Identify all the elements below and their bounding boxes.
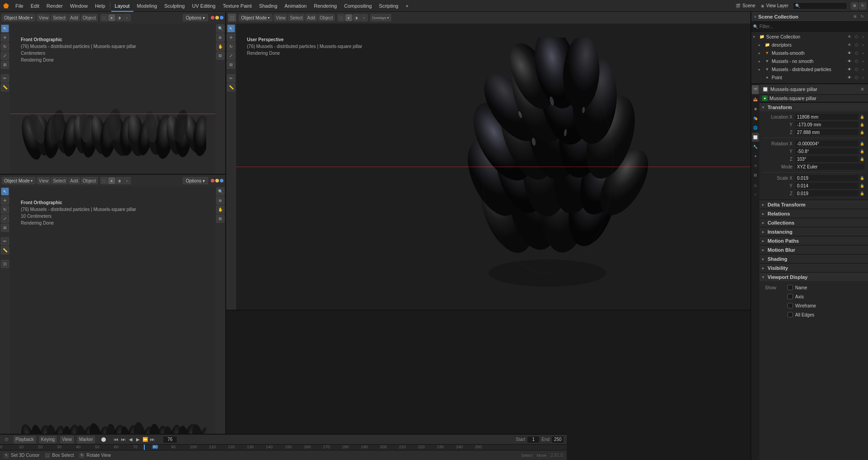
- scale-z-value[interactable]: 0.019: [795, 190, 859, 197]
- current-frame[interactable]: 76: [163, 436, 177, 443]
- filter-btn[interactable]: ⊞: [851, 2, 858, 10]
- section-motion-paths[interactable]: ▸ Motion Paths: [759, 236, 868, 245]
- tool-transform[interactable]: ⊞: [1, 61, 9, 69]
- view-menu-timeline[interactable]: View: [60, 436, 74, 443]
- location-z-lock[interactable]: 🔒: [859, 130, 865, 134]
- select-menu-main[interactable]: Select: [288, 14, 304, 21]
- outliner-filter-btn[interactable]: ⊞: [852, 14, 858, 20]
- ms-vis-btn[interactable]: 👁: [846, 50, 853, 56]
- rotation-mode-value[interactable]: XYZ Euler: [795, 163, 865, 170]
- grid-bl[interactable]: ⊞: [216, 215, 224, 223]
- location-x-value[interactable]: 11808 mm: [795, 113, 859, 120]
- shading-material-bl[interactable]: ◑: [116, 177, 123, 184]
- workspace-modeling[interactable]: Modeling: [133, 0, 161, 12]
- add-menu-tl[interactable]: Add: [68, 14, 80, 21]
- rotation-x-lock[interactable]: 🔒: [859, 142, 865, 146]
- tool-rotate-main[interactable]: ↻: [227, 43, 235, 51]
- object-menu-bl[interactable]: Object: [81, 177, 98, 184]
- zoom-out-tl[interactable]: ⊕: [216, 34, 224, 42]
- zoom-in-bl[interactable]: 🔍: [216, 187, 224, 196]
- shading-wireframe-bl[interactable]: ⬚: [100, 177, 108, 184]
- workspace-add[interactable]: +: [402, 0, 412, 12]
- prop-tab-data[interactable]: △: [752, 180, 759, 189]
- tool-scale-main[interactable]: ⤢: [227, 52, 235, 60]
- end-frame[interactable]: 250: [551, 436, 564, 443]
- shading-material-tl[interactable]: ◑: [116, 14, 123, 21]
- tool-transform-main[interactable]: ⊞: [227, 61, 235, 69]
- outliner-expand-mussels-smooth[interactable]: ▸: [759, 51, 764, 55]
- tool-transform-bl[interactable]: ⊞: [1, 224, 9, 232]
- outliner-sync-btn[interactable]: ↻: [859, 14, 865, 20]
- pt-sel-btn[interactable]: ⬡: [853, 74, 859, 81]
- pt-render-btn[interactable]: ○: [860, 74, 866, 81]
- rotation-y-value[interactable]: -50.8°: [795, 148, 859, 155]
- rotation-y-lock[interactable]: 🔒: [859, 149, 865, 153]
- location-y-lock[interactable]: 🔒: [859, 123, 865, 127]
- add-menu-bl[interactable]: Add: [68, 177, 80, 184]
- scene-vis-btn[interactable]: 👁: [846, 34, 853, 40]
- md-sel-btn[interactable]: ⬡: [853, 66, 859, 72]
- prop-tab-output[interactable]: 📤: [752, 95, 759, 104]
- workspace-animation[interactable]: Animation: [281, 0, 310, 12]
- sync-btn[interactable]: ↻: [859, 2, 866, 10]
- workspace-layout[interactable]: Layout: [111, 0, 133, 12]
- workspace-rendering[interactable]: Rendering: [310, 0, 341, 12]
- add-menu-main[interactable]: Add: [305, 14, 317, 21]
- section-viewport-display-header[interactable]: ▾ Viewport Display: [759, 272, 868, 281]
- workspace-compositing[interactable]: Compositing: [341, 0, 375, 12]
- prop-tab-modifier[interactable]: 🔧: [752, 142, 759, 151]
- menu-window[interactable]: Window: [66, 0, 91, 12]
- tool-extra-bl[interactable]: ⊡: [1, 260, 9, 268]
- mns-sel-btn[interactable]: ⬡: [853, 58, 859, 64]
- tool-cursor-main[interactable]: ↖: [227, 24, 235, 33]
- tool-rotate-bl[interactable]: ↻: [1, 206, 9, 214]
- md-vis-btn[interactable]: 👁: [846, 66, 853, 72]
- prop-tab-scene[interactable]: 🎭: [752, 114, 759, 123]
- mns-render-btn[interactable]: ○: [860, 58, 866, 64]
- outliner-expand-mussels-nosmooth[interactable]: ▸: [759, 59, 764, 63]
- options-btn-tl[interactable]: Options ▾: [183, 14, 208, 21]
- outliner-search[interactable]: 🔍: [751, 22, 868, 32]
- desc-sel-btn[interactable]: ⬡: [853, 42, 859, 48]
- zoom-in-tl[interactable]: 🔍: [216, 24, 224, 33]
- props-data-name-field[interactable]: Mussels-square pillar: [769, 96, 865, 101]
- section-instancing[interactable]: ▸ Instancing: [759, 227, 868, 236]
- scale-x-value[interactable]: 0.019: [795, 174, 859, 182]
- outliner-expand-mussels-distributed[interactable]: ▸: [759, 67, 764, 72]
- view-menu-tl[interactable]: View: [37, 14, 51, 21]
- outliner-search-input[interactable]: [759, 24, 866, 29]
- object-menu-main[interactable]: Object: [318, 14, 335, 21]
- play-forward[interactable]: ▶: [135, 436, 141, 443]
- tool-scale[interactable]: ⤢: [1, 52, 9, 60]
- select-menu-tl[interactable]: Select: [51, 14, 67, 21]
- viewport-tl-content[interactable]: Front Orthographic (76) Mussels - distri…: [10, 24, 215, 174]
- outliner-item-point[interactable]: ● Point 👁 ⬡ ○: [751, 73, 868, 81]
- mns-vis-btn[interactable]: 👁: [846, 58, 853, 64]
- outliner-expand-scene[interactable]: ▾: [753, 35, 759, 39]
- workspace-scripting[interactable]: Scripting: [375, 0, 402, 12]
- scene-render-btn[interactable]: ○: [860, 34, 866, 40]
- object-mode-dropdown-tl[interactable]: Object Mode ▾: [2, 14, 35, 21]
- desc-vis-btn[interactable]: 👁: [846, 42, 853, 48]
- prop-tab-material[interactable]: ○: [752, 190, 759, 199]
- scale-y-lock[interactable]: 🔒: [859, 184, 865, 188]
- object-menu-tl[interactable]: Object: [81, 14, 98, 21]
- tool-annotate[interactable]: ✏: [1, 74, 9, 82]
- keying-menu[interactable]: Keying: [39, 436, 57, 443]
- tool-move-main[interactable]: ✛: [227, 34, 235, 42]
- viewport-top-left[interactable]: Object Mode ▾ View Select Add Object ⬚ ●…: [0, 12, 226, 175]
- menu-edit[interactable]: Edit: [27, 0, 43, 12]
- grid-tl[interactable]: ⊞: [216, 52, 224, 60]
- zoom-out-bl[interactable]: ⊕: [216, 196, 224, 205]
- shading-wireframe-main[interactable]: ⬚: [337, 14, 345, 21]
- section-shading[interactable]: ▸ Shading: [759, 254, 868, 263]
- shading-wireframe-tl[interactable]: ⬚: [100, 14, 108, 21]
- show-all-edges-checkbox[interactable]: [787, 312, 793, 317]
- props-object-name-field[interactable]: Mussels-square pillar: [770, 86, 857, 92]
- skip-end[interactable]: ⏭: [149, 436, 156, 443]
- shading-material-main[interactable]: ◑: [353, 14, 360, 21]
- outliner-expand-desriptors[interactable]: ▸: [759, 43, 764, 47]
- tool-annotate-main[interactable]: ✏: [227, 74, 235, 82]
- outliner-item-desriptors[interactable]: ▸ 📁 desriptors 👁 ⬡ ○: [751, 41, 868, 49]
- prop-tab-render[interactable]: 🎬: [752, 85, 759, 94]
